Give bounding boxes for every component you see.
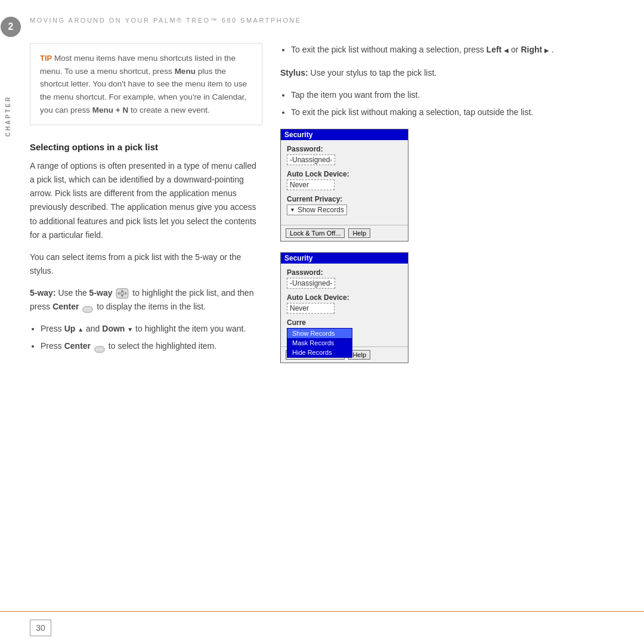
dropdown-option-show[interactable]: Show Records	[287, 329, 352, 338]
center-button-icon	[82, 304, 93, 311]
page-footer: 30	[0, 611, 644, 644]
bullet-exit-outside: To exit the pick list without making a s…	[291, 106, 626, 119]
fiveway-instruction: 5-way: Use the 5-way to highlight the pi…	[30, 286, 262, 314]
svg-rect-7	[95, 346, 104, 352]
left-column: TIP Most menu items have menu shortcuts …	[30, 43, 262, 608]
dialog1-password-value: -Unassigned-	[287, 154, 335, 165]
stylus-text: Stylus: Use your stylus to tap the pick …	[280, 66, 626, 80]
bullet-press-center: Press Center to select the highlighted i…	[41, 339, 262, 353]
dialog2-autolock-value: Never	[287, 303, 335, 314]
dialog1-title: Security	[281, 129, 408, 140]
dialog2-dropdown-container: ▼ Show Records Mask Records Hide Records	[287, 328, 298, 342]
stylus-label: Stylus:	[280, 68, 308, 78]
fiveway-text3: to display the items in the list.	[97, 302, 206, 311]
dialog1-body: Password: -Unassigned- Auto Lock Device:…	[281, 140, 408, 225]
dialog2-privacy-label: Curre	[287, 318, 402, 327]
right-column: To exit the pick list without making a s…	[280, 43, 626, 608]
chapter-number: 2	[1, 17, 21, 37]
right-bullets-stylus: Tap the item you want from the list. To …	[291, 88, 626, 119]
fiveway-label-bold: 5-way:	[30, 288, 56, 298]
tip-label: TIP	[40, 54, 52, 63]
tip-text3: to create a new event.	[131, 106, 210, 114]
dropdown-arrow-icon: ▼	[290, 207, 295, 213]
tip-menu-bold: Menu	[175, 67, 196, 76]
page-number: 30	[30, 620, 51, 636]
dialog2: Security Password: -Unassigned- Auto Loc…	[280, 252, 408, 363]
stylus-desc: Use your stylus to tap the pick list.	[311, 68, 437, 78]
svg-rect-6	[83, 306, 92, 312]
dialog2-title: Security	[281, 253, 408, 264]
right-bullets-top: To exit the pick list without making a s…	[291, 43, 626, 57]
header-title: MOVING AROUND ON YOUR PALM® TREO™ 680 SM…	[30, 17, 302, 24]
dialog1-autolock-label: Auto Lock Device:	[287, 170, 402, 178]
navigator-icon	[116, 288, 129, 299]
section-para2: You can select items from a pick list wi…	[30, 250, 262, 278]
bullet-tap-item: Tap the item you want from the list.	[291, 88, 626, 102]
center-button-icon-2	[94, 343, 105, 351]
dialog1-privacy-label: Current Privacy:	[287, 195, 402, 203]
dialog2-password-value: -Unassigned-	[287, 278, 335, 289]
dialog1-privacy-dropdown[interactable]: ▼ Show Records	[287, 205, 347, 215]
dropdown-option-mask[interactable]: Mask Records	[287, 338, 352, 348]
chapter-sidebar: 2 CHAPTER	[0, 0, 21, 644]
dialog1-footer: Lock & Turn Off... Help	[281, 225, 408, 241]
tip-box: TIP Most menu items have menu shortcuts …	[30, 43, 262, 125]
section-para1: A range of options is often presented in…	[30, 159, 262, 242]
fiveway-bold: 5-way	[89, 288, 113, 298]
bullet-up-down: Press Up ▲ and Down ▼ to highlight the i…	[41, 322, 262, 336]
dropdown-option-hide[interactable]: Hide Records	[287, 348, 352, 357]
dropdown-popup: Show Records Mask Records Hide Records	[287, 328, 352, 358]
tip-menu-n-bold: Menu + N	[92, 106, 128, 114]
dialog1-privacy-value: Show Records	[298, 206, 344, 214]
chapter-label: CHAPTER	[5, 95, 11, 137]
dialog1-autolock-value: Never	[287, 179, 335, 190]
dialog1-lock-btn[interactable]: Lock & Turn Off...	[286, 228, 345, 238]
bullet-exit-left-right: To exit the pick list without making a s…	[291, 43, 626, 57]
svg-point-5	[121, 292, 124, 295]
dialog1-help-btn[interactable]: Help	[348, 228, 370, 238]
main-content: TIP Most menu items have menu shortcuts …	[30, 43, 626, 608]
fiveway-bullets: Press Up ▲ and Down ▼ to highlight the i…	[41, 322, 262, 353]
dialog2-autolock-label: Auto Lock Device:	[287, 293, 402, 302]
dialog1: Security Password: -Unassigned- Auto Loc…	[280, 129, 408, 242]
dialog1-password-label: Password:	[287, 145, 402, 153]
center-bold: Center	[52, 302, 79, 311]
section-heading: Selecting options in a pick list	[30, 142, 262, 152]
dialog2-password-label: Password:	[287, 268, 402, 277]
fiveway-text1: Use the	[58, 288, 89, 298]
dialog2-body: Password: -Unassigned- Auto Lock Device:…	[281, 264, 408, 346]
page-header: MOVING AROUND ON YOUR PALM® TREO™ 680 SM…	[30, 17, 626, 24]
